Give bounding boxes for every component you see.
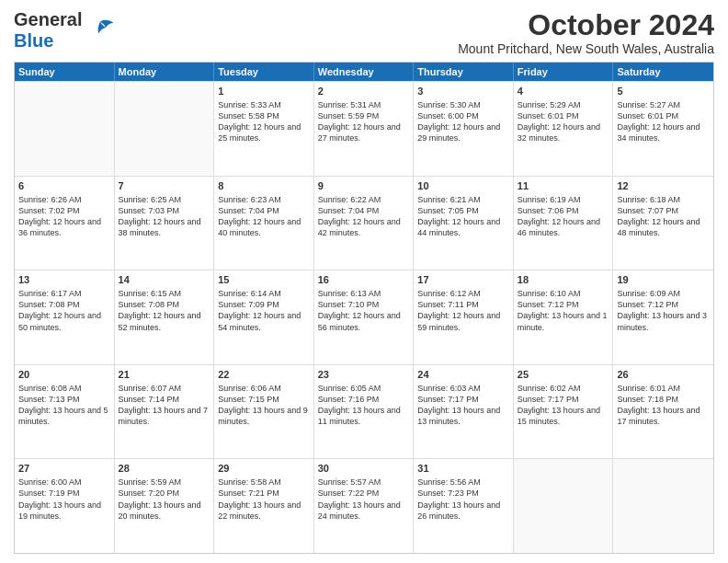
calendar-header: Sunday Monday Tuesday Wednesday Thursday… (15, 63, 713, 81)
cal-cell-r3c3: 23Sunrise: 6:05 AMSunset: 7:16 PMDayligh… (314, 365, 415, 459)
cal-cell-r0c2: 1Sunrise: 5:33 AMSunset: 5:58 PMDaylight… (214, 82, 314, 176)
sunset-text: Sunset: 7:15 PM (218, 395, 279, 404)
sunset-text: Sunset: 7:14 PM (119, 395, 180, 404)
cal-cell-r1c6: 12Sunrise: 6:18 AMSunset: 7:07 PMDayligh… (613, 177, 713, 270)
daylight-text: Daylight: 13 hours and 22 minutes. (218, 500, 301, 521)
daylight-text: Daylight: 13 hours and 9 minutes. (218, 406, 308, 426)
sunset-text: Sunset: 7:04 PM (218, 206, 279, 215)
cal-cell-r4c5 (514, 459, 614, 553)
day-number: 23 (318, 368, 410, 382)
sunrise-text: Sunrise: 6:25 AM (119, 195, 182, 204)
daylight-text: Daylight: 12 hours and 42 minutes. (318, 217, 401, 237)
sunset-text: Sunset: 7:06 PM (518, 206, 579, 215)
sunrise-text: Sunrise: 6:15 AM (119, 289, 182, 298)
logo-bird-icon (85, 16, 115, 45)
title-block: October 2024 Mount Pritchard, New South … (458, 9, 714, 56)
daylight-text: Daylight: 12 hours and 36 minutes. (18, 217, 101, 237)
daylight-text: Daylight: 13 hours and 26 minutes. (417, 500, 500, 521)
sunset-text: Sunset: 7:07 PM (617, 206, 678, 215)
sunset-text: Sunset: 7:02 PM (18, 206, 80, 215)
sunrise-text: Sunrise: 6:03 AM (417, 384, 481, 393)
header-saturday: Saturday (613, 63, 713, 81)
sunrise-text: Sunrise: 6:00 AM (18, 477, 82, 487)
day-number: 6 (18, 179, 110, 193)
daylight-text: Daylight: 13 hours and 15 minutes. (518, 406, 600, 426)
cal-cell-r1c5: 11Sunrise: 6:19 AMSunset: 7:06 PMDayligh… (514, 177, 614, 270)
cal-cell-r3c4: 24Sunrise: 6:03 AMSunset: 7:17 PMDayligh… (414, 365, 514, 459)
sunrise-text: Sunrise: 5:56 AM (417, 477, 481, 487)
sunset-text: Sunset: 7:10 PM (318, 300, 380, 309)
day-number: 16 (318, 273, 410, 287)
daylight-text: Daylight: 12 hours and 59 minutes. (417, 311, 500, 331)
sunset-text: Sunset: 7:09 PM (218, 300, 279, 309)
sunrise-text: Sunrise: 6:19 AM (518, 195, 581, 204)
day-number: 17 (417, 273, 509, 287)
daylight-text: Daylight: 12 hours and 27 minutes. (318, 122, 401, 143)
sunrise-text: Sunrise: 6:21 AM (417, 195, 481, 204)
sunrise-text: Sunrise: 5:29 AM (518, 100, 581, 109)
daylight-text: Daylight: 13 hours and 19 minutes. (18, 500, 101, 521)
sunrise-text: Sunrise: 6:22 AM (318, 195, 381, 204)
day-number: 15 (218, 273, 310, 287)
header-thursday: Thursday (414, 63, 514, 81)
sunset-text: Sunset: 7:19 PM (18, 488, 80, 498)
sunset-text: Sunset: 7:18 PM (617, 395, 678, 404)
sunrise-text: Sunrise: 6:07 AM (119, 384, 182, 393)
sunset-text: Sunset: 7:03 PM (119, 206, 180, 215)
sunset-text: Sunset: 7:23 PM (417, 488, 479, 498)
cal-cell-r1c2: 8Sunrise: 6:23 AMSunset: 7:04 PMDaylight… (214, 177, 314, 270)
day-number: 27 (18, 462, 110, 476)
calendar: Sunday Monday Tuesday Wednesday Thursday… (14, 62, 714, 554)
day-number: 21 (119, 368, 210, 382)
day-number: 26 (617, 368, 710, 382)
sunset-text: Sunset: 6:01 PM (518, 111, 579, 121)
daylight-text: Daylight: 12 hours and 48 minutes. (617, 217, 700, 237)
sunset-text: Sunset: 7:05 PM (417, 206, 479, 215)
sunrise-text: Sunrise: 5:58 AM (218, 477, 281, 487)
day-number: 19 (617, 273, 710, 287)
sunrise-text: Sunrise: 6:14 AM (218, 289, 281, 298)
day-number: 9 (318, 179, 410, 193)
daylight-text: Daylight: 12 hours and 56 minutes. (318, 311, 401, 331)
day-number: 18 (518, 273, 609, 287)
day-number: 29 (218, 462, 310, 476)
daylight-text: Daylight: 12 hours and 44 minutes. (417, 217, 500, 237)
sunset-text: Sunset: 5:58 PM (218, 111, 279, 121)
cal-cell-r4c2: 29Sunrise: 5:58 AMSunset: 7:21 PMDayligh… (214, 459, 314, 553)
sunrise-text: Sunrise: 6:17 AM (18, 289, 82, 298)
sunset-text: Sunset: 7:12 PM (518, 300, 579, 309)
day-number: 14 (119, 273, 210, 287)
sunset-text: Sunset: 7:12 PM (617, 300, 678, 309)
daylight-text: Daylight: 13 hours and 1 minute. (518, 311, 608, 331)
daylight-text: Daylight: 12 hours and 38 minutes. (119, 217, 201, 237)
logo: General Blue (14, 9, 115, 52)
sunrise-text: Sunrise: 6:05 AM (318, 384, 381, 393)
sunrise-text: Sunrise: 6:01 AM (617, 384, 680, 393)
daylight-text: Daylight: 12 hours and 34 minutes. (617, 122, 700, 143)
sunrise-text: Sunrise: 5:59 AM (119, 477, 182, 487)
cal-cell-r4c1: 28Sunrise: 5:59 AMSunset: 7:20 PMDayligh… (115, 459, 215, 553)
cal-cell-r3c5: 25Sunrise: 6:02 AMSunset: 7:17 PMDayligh… (514, 365, 614, 459)
day-number: 25 (518, 368, 609, 382)
cal-cell-r2c2: 15Sunrise: 6:14 AMSunset: 7:09 PMDayligh… (214, 270, 314, 364)
daylight-text: Daylight: 12 hours and 50 minutes. (18, 311, 101, 331)
daylight-text: Daylight: 13 hours and 13 minutes. (417, 406, 500, 426)
cal-cell-r1c4: 10Sunrise: 6:21 AMSunset: 7:05 PMDayligh… (414, 177, 514, 270)
cal-row-2: 13Sunrise: 6:17 AMSunset: 7:08 PMDayligh… (15, 270, 713, 364)
logo-blue: Blue (14, 30, 53, 51)
day-number: 24 (417, 368, 509, 382)
sunrise-text: Sunrise: 6:06 AM (218, 384, 281, 393)
sunrise-text: Sunrise: 6:18 AM (617, 195, 680, 204)
day-number: 2 (318, 85, 410, 98)
header-friday: Friday (514, 63, 614, 81)
sunset-text: Sunset: 7:16 PM (318, 395, 380, 404)
logo-text: General Blue (14, 9, 82, 52)
day-number: 1 (218, 85, 310, 98)
day-number: 10 (417, 179, 509, 193)
sunrise-text: Sunrise: 5:31 AM (318, 100, 381, 109)
day-number: 30 (318, 462, 410, 476)
day-number: 22 (218, 368, 310, 382)
cal-cell-r1c1: 7Sunrise: 6:25 AMSunset: 7:03 PMDaylight… (115, 177, 215, 270)
daylight-text: Daylight: 12 hours and 32 minutes. (518, 122, 600, 143)
day-number: 13 (18, 273, 110, 287)
